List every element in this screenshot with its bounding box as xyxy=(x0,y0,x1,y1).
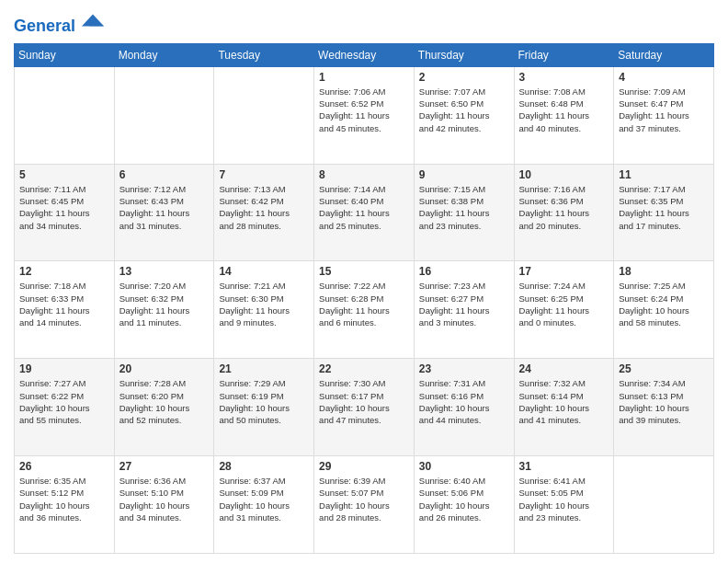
day-number: 3 xyxy=(519,71,609,84)
calendar-cell: 23Sunrise: 7:31 AM Sunset: 6:16 PM Dayli… xyxy=(414,359,514,456)
day-info: Sunrise: 7:15 AM Sunset: 6:38 PM Dayligh… xyxy=(419,183,509,232)
day-info: Sunrise: 6:39 AM Sunset: 5:07 PM Dayligh… xyxy=(319,475,409,523)
calendar-cell: 22Sunrise: 7:30 AM Sunset: 6:17 PM Dayli… xyxy=(314,359,415,456)
day-header-thursday: Thursday xyxy=(414,43,514,66)
day-number: 14 xyxy=(219,265,309,278)
day-info: Sunrise: 7:18 AM Sunset: 6:33 PM Dayligh… xyxy=(19,280,109,328)
day-info: Sunrise: 6:41 AM Sunset: 5:05 PM Dayligh… xyxy=(519,475,609,523)
calendar-cell: 5Sunrise: 7:11 AM Sunset: 6:45 PM Daylig… xyxy=(15,164,115,261)
calendar-cell: 21Sunrise: 7:29 AM Sunset: 6:19 PM Dayli… xyxy=(214,359,314,456)
calendar-cell: 27Sunrise: 6:36 AM Sunset: 5:10 PM Dayli… xyxy=(114,456,214,554)
day-number: 2 xyxy=(419,71,509,84)
day-info: Sunrise: 6:37 AM Sunset: 5:09 PM Dayligh… xyxy=(219,475,309,523)
day-number: 17 xyxy=(519,265,609,278)
logo-icon xyxy=(82,9,104,31)
day-info: Sunrise: 7:27 AM Sunset: 6:22 PM Dayligh… xyxy=(19,377,109,426)
day-header-saturday: Saturday xyxy=(614,43,714,66)
day-number: 29 xyxy=(319,460,409,473)
day-info: Sunrise: 7:31 AM Sunset: 6:16 PM Dayligh… xyxy=(419,377,509,426)
day-number: 26 xyxy=(19,460,109,473)
day-number: 23 xyxy=(419,362,509,375)
day-info: Sunrise: 7:24 AM Sunset: 6:25 PM Dayligh… xyxy=(519,280,609,328)
day-number: 20 xyxy=(119,362,210,375)
calendar-cell: 8Sunrise: 7:14 AM Sunset: 6:40 PM Daylig… xyxy=(314,164,415,261)
calendar-cell: 25Sunrise: 7:34 AM Sunset: 6:13 PM Dayli… xyxy=(614,359,714,456)
page: General SundayMondayTuesdayWednesdayThur… xyxy=(0,0,728,563)
day-number: 18 xyxy=(619,265,709,278)
day-number: 16 xyxy=(419,265,509,278)
calendar-cell: 2Sunrise: 7:07 AM Sunset: 6:50 PM Daylig… xyxy=(414,66,514,164)
day-header-friday: Friday xyxy=(514,43,614,66)
calendar-cell xyxy=(614,456,714,554)
day-number: 7 xyxy=(219,168,309,181)
day-number: 21 xyxy=(219,362,309,375)
calendar-cell: 10Sunrise: 7:16 AM Sunset: 6:36 PM Dayli… xyxy=(514,164,614,261)
calendar-cell: 19Sunrise: 7:27 AM Sunset: 6:22 PM Dayli… xyxy=(15,359,115,456)
day-info: Sunrise: 7:22 AM Sunset: 6:28 PM Dayligh… xyxy=(319,280,409,328)
day-number: 8 xyxy=(319,168,409,181)
day-info: Sunrise: 6:36 AM Sunset: 5:10 PM Dayligh… xyxy=(119,475,210,523)
day-number: 10 xyxy=(519,168,609,181)
calendar-cell: 9Sunrise: 7:15 AM Sunset: 6:38 PM Daylig… xyxy=(414,164,514,261)
day-info: Sunrise: 6:35 AM Sunset: 5:12 PM Dayligh… xyxy=(19,475,109,523)
day-info: Sunrise: 7:25 AM Sunset: 6:24 PM Dayligh… xyxy=(619,280,709,328)
day-info: Sunrise: 7:06 AM Sunset: 6:52 PM Dayligh… xyxy=(319,86,409,134)
day-info: Sunrise: 7:34 AM Sunset: 6:13 PM Dayligh… xyxy=(619,377,709,426)
day-header-monday: Monday xyxy=(114,43,214,66)
calendar-cell: 29Sunrise: 6:39 AM Sunset: 5:07 PM Dayli… xyxy=(314,456,415,554)
calendar-cell: 15Sunrise: 7:22 AM Sunset: 6:28 PM Dayli… xyxy=(314,261,415,359)
calendar-cell: 13Sunrise: 7:20 AM Sunset: 6:32 PM Dayli… xyxy=(114,261,214,359)
day-info: Sunrise: 7:23 AM Sunset: 6:27 PM Dayligh… xyxy=(419,280,509,328)
calendar-cell: 26Sunrise: 6:35 AM Sunset: 5:12 PM Dayli… xyxy=(15,456,115,554)
day-info: Sunrise: 7:07 AM Sunset: 6:50 PM Dayligh… xyxy=(419,86,509,134)
logo-text: General xyxy=(14,9,104,36)
week-row: 1Sunrise: 7:06 AM Sunset: 6:52 PM Daylig… xyxy=(15,66,714,164)
day-header-tuesday: Tuesday xyxy=(214,43,314,66)
calendar-cell: 16Sunrise: 7:23 AM Sunset: 6:27 PM Dayli… xyxy=(414,261,514,359)
day-info: Sunrise: 7:08 AM Sunset: 6:48 PM Dayligh… xyxy=(519,86,609,134)
calendar-cell: 11Sunrise: 7:17 AM Sunset: 6:35 PM Dayli… xyxy=(614,164,714,261)
calendar-cell: 18Sunrise: 7:25 AM Sunset: 6:24 PM Dayli… xyxy=(614,261,714,359)
day-number: 12 xyxy=(19,265,109,278)
day-number: 15 xyxy=(319,265,409,278)
header: General xyxy=(14,9,714,36)
week-row: 19Sunrise: 7:27 AM Sunset: 6:22 PM Dayli… xyxy=(15,359,714,456)
calendar-cell: 12Sunrise: 7:18 AM Sunset: 6:33 PM Dayli… xyxy=(15,261,115,359)
day-number: 24 xyxy=(519,362,609,375)
day-info: Sunrise: 7:28 AM Sunset: 6:20 PM Dayligh… xyxy=(119,377,210,426)
day-number: 1 xyxy=(319,71,409,84)
day-info: Sunrise: 7:17 AM Sunset: 6:35 PM Dayligh… xyxy=(619,183,709,232)
day-number: 13 xyxy=(119,265,210,278)
calendar-cell: 7Sunrise: 7:13 AM Sunset: 6:42 PM Daylig… xyxy=(214,164,314,261)
day-number: 25 xyxy=(619,362,709,375)
calendar-cell: 17Sunrise: 7:24 AM Sunset: 6:25 PM Dayli… xyxy=(514,261,614,359)
day-info: Sunrise: 7:32 AM Sunset: 6:14 PM Dayligh… xyxy=(519,377,609,426)
day-info: Sunrise: 7:13 AM Sunset: 6:42 PM Dayligh… xyxy=(219,183,309,232)
day-info: Sunrise: 7:16 AM Sunset: 6:36 PM Dayligh… xyxy=(519,183,609,232)
calendar-cell xyxy=(114,66,214,164)
day-info: Sunrise: 7:12 AM Sunset: 6:43 PM Dayligh… xyxy=(119,183,210,232)
day-info: Sunrise: 7:14 AM Sunset: 6:40 PM Dayligh… xyxy=(319,183,409,232)
calendar-cell: 30Sunrise: 6:40 AM Sunset: 5:06 PM Dayli… xyxy=(414,456,514,554)
day-number: 30 xyxy=(419,460,509,473)
logo: General xyxy=(14,9,104,36)
day-header-sunday: Sunday xyxy=(15,43,115,66)
day-info: Sunrise: 6:40 AM Sunset: 5:06 PM Dayligh… xyxy=(419,475,509,523)
calendar-cell xyxy=(15,66,115,164)
day-number: 31 xyxy=(519,460,609,473)
calendar-cell: 4Sunrise: 7:09 AM Sunset: 6:47 PM Daylig… xyxy=(614,66,714,164)
day-number: 27 xyxy=(119,460,210,473)
calendar-table: SundayMondayTuesdayWednesdayThursdayFrid… xyxy=(14,43,714,554)
day-number: 9 xyxy=(419,168,509,181)
day-number: 19 xyxy=(19,362,109,375)
calendar-cell: 3Sunrise: 7:08 AM Sunset: 6:48 PM Daylig… xyxy=(514,66,614,164)
calendar-cell: 28Sunrise: 6:37 AM Sunset: 5:09 PM Dayli… xyxy=(214,456,314,554)
calendar-cell: 20Sunrise: 7:28 AM Sunset: 6:20 PM Dayli… xyxy=(114,359,214,456)
day-info: Sunrise: 7:09 AM Sunset: 6:47 PM Dayligh… xyxy=(619,86,709,134)
day-number: 28 xyxy=(219,460,309,473)
week-row: 5Sunrise: 7:11 AM Sunset: 6:45 PM Daylig… xyxy=(15,164,714,261)
week-row: 26Sunrise: 6:35 AM Sunset: 5:12 PM Dayli… xyxy=(15,456,714,554)
day-number: 22 xyxy=(319,362,409,375)
day-number: 11 xyxy=(619,168,709,181)
day-number: 5 xyxy=(19,168,109,181)
